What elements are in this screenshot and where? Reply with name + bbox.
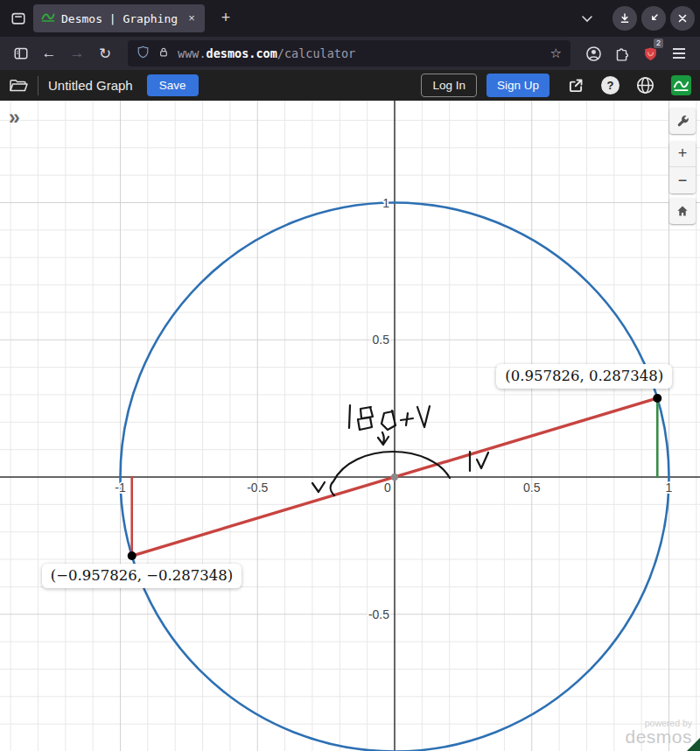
desmos-logo[interactable] bbox=[671, 75, 691, 95]
x-tick-label: 0.5 bbox=[523, 481, 541, 495]
url-domain: desmos.com bbox=[206, 46, 277, 60]
extension-badge: 2 bbox=[654, 39, 663, 48]
reload-icon[interactable]: ↻ bbox=[93, 42, 117, 65]
x-tick-label: -1 bbox=[115, 481, 126, 495]
plotted-point[interactable] bbox=[653, 394, 662, 403]
graph-paper[interactable]: -1-0.500.5110.5-0.5 » + − bbox=[0, 101, 700, 751]
lock-icon[interactable] bbox=[158, 46, 170, 62]
url-path: /calculator bbox=[277, 46, 355, 60]
navigation-toolbar: ← → ↻ www.desmos.com/calculator ☆ 2 bbox=[0, 37, 700, 70]
handwritten-digit-1 bbox=[349, 405, 350, 428]
browser-tab-desmos[interactable]: Desmos | Graphing × bbox=[33, 4, 205, 32]
x-tick-label: 0 bbox=[384, 481, 391, 495]
desmos-favicon bbox=[41, 10, 55, 27]
window-controls bbox=[612, 6, 695, 31]
url-prefix: www. bbox=[178, 46, 206, 60]
handwritten-digit-8 bbox=[358, 407, 373, 430]
handwritten-plus bbox=[401, 413, 413, 425]
firefox-view-icon[interactable] bbox=[7, 7, 30, 30]
zoom-controls: + − bbox=[669, 141, 696, 193]
open-graph-folder-icon[interactable] bbox=[9, 78, 28, 94]
zoom-out-button[interactable]: − bbox=[669, 167, 696, 193]
account-icon[interactable] bbox=[581, 42, 606, 65]
list-tabs-chevron-icon[interactable] bbox=[581, 15, 593, 23]
new-tab-button[interactable]: + bbox=[215, 8, 236, 29]
desmos-watermark: powered by desmos bbox=[625, 719, 692, 747]
adblock-extension-icon[interactable]: 2 bbox=[637, 42, 663, 65]
tab-close-icon[interactable]: × bbox=[184, 11, 200, 26]
handwritten-v-right bbox=[477, 453, 488, 468]
browser-window: Desmos | Graphing × + ← → ↻ bbox=[0, 0, 700, 751]
help-icon[interactable]: ? bbox=[601, 76, 620, 95]
header-divider bbox=[38, 76, 38, 95]
point-label: (0.957826, 0.287348) bbox=[496, 364, 672, 389]
extensions-puzzle-icon[interactable] bbox=[609, 42, 634, 65]
log-in-button[interactable]: Log In bbox=[421, 74, 477, 97]
plotted-point[interactable] bbox=[128, 551, 136, 560]
tracking-protection-shield-icon[interactable] bbox=[136, 45, 150, 62]
graph-controls: + − bbox=[669, 108, 696, 224]
sidebar-toggle-icon[interactable] bbox=[9, 42, 33, 65]
save-button[interactable]: Save bbox=[147, 74, 199, 96]
handwritten-down-arrow bbox=[378, 432, 388, 445]
bookmark-star-icon[interactable]: ☆ bbox=[550, 46, 562, 61]
handwritten-annotations bbox=[312, 405, 488, 495]
x-tick-label: 1 bbox=[666, 481, 673, 495]
handwritten-v-top bbox=[417, 406, 430, 427]
sign-up-button[interactable]: Sign Up bbox=[486, 74, 550, 97]
y-tick-label: 1 bbox=[382, 196, 389, 210]
zoom-in-button[interactable]: + bbox=[669, 141, 696, 167]
back-icon[interactable]: ← bbox=[37, 42, 61, 65]
x-tick-label: -0.5 bbox=[247, 481, 268, 495]
window-restore-icon[interactable] bbox=[641, 6, 666, 31]
language-globe-icon[interactable] bbox=[636, 76, 654, 95]
default-viewport-home-button[interactable] bbox=[669, 198, 696, 224]
url-text: www.desmos.com/calculator bbox=[178, 46, 542, 60]
y-tick-label: -0.5 bbox=[368, 607, 389, 621]
graph-settings-wrench-icon[interactable] bbox=[669, 108, 696, 134]
expand-expressions-icon[interactable]: » bbox=[9, 106, 20, 130]
axis-tick-labels: -1-0.500.5110.5-0.5 bbox=[115, 196, 672, 621]
share-icon[interactable] bbox=[567, 77, 584, 95]
corner-resize-triangle bbox=[687, 738, 700, 751]
address-bar[interactable]: www.desmos.com/calculator ☆ bbox=[128, 40, 570, 67]
tab-bar: Desmos | Graphing × + bbox=[0, 0, 700, 37]
origin-point[interactable] bbox=[391, 474, 398, 481]
window-close-icon[interactable] bbox=[670, 6, 695, 31]
handwritten-digit-0 bbox=[382, 411, 396, 430]
point-label: (−0.957826, −0.287348) bbox=[42, 564, 242, 588]
menu-icon[interactable] bbox=[667, 48, 691, 59]
graph-canvas[interactable]: -1-0.500.5110.5-0.5 bbox=[0, 101, 700, 751]
forward-icon[interactable]: → bbox=[65, 42, 89, 65]
y-tick-label: 0.5 bbox=[373, 333, 390, 347]
window-minimize-icon[interactable] bbox=[612, 6, 637, 31]
desmos-header: Untitled Graph Save Log In Sign Up ? bbox=[0, 70, 700, 101]
handwritten-v-left bbox=[312, 482, 325, 492]
tab-title: Desmos | Graphing bbox=[61, 12, 178, 25]
graph-title[interactable]: Untitled Graph bbox=[48, 78, 133, 93]
watermark-desmos: desmos bbox=[625, 727, 692, 746]
